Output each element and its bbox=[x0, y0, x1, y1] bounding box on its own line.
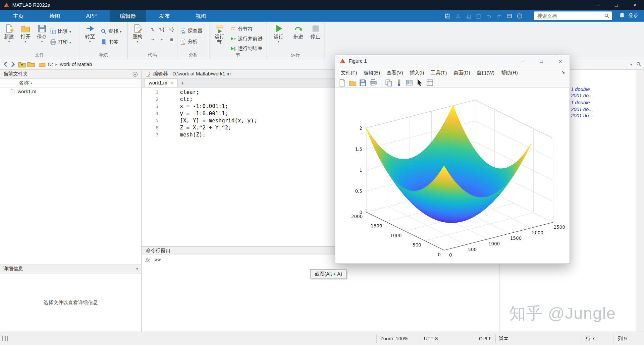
figure-menu-tools[interactable]: 工具(T) bbox=[431, 69, 447, 76]
quick-copy-button[interactable] bbox=[463, 11, 473, 20]
new-script-button[interactable]: 新建 ▾ bbox=[1, 24, 17, 44]
run-section-button[interactable]: 运行 节 bbox=[211, 24, 227, 45]
profiler-button[interactable]: 探查器 bbox=[180, 27, 202, 36]
find-button[interactable]: 查找▾ bbox=[101, 27, 121, 36]
bookmark-button[interactable]: 书签 bbox=[101, 38, 118, 47]
step-button[interactable]: 步进 bbox=[290, 24, 306, 40]
open-file-icon[interactable] bbox=[349, 79, 357, 87]
property-inspector-icon[interactable] bbox=[426, 79, 434, 87]
block-comment-button[interactable]: %{ bbox=[158, 26, 166, 34]
figure-menu-edit[interactable]: 编辑(E) bbox=[364, 69, 380, 76]
open-button[interactable]: 打开 ▾ bbox=[17, 24, 34, 44]
figure-close-button[interactable]: × bbox=[551, 55, 570, 67]
uncomment-button[interactable]: %} bbox=[167, 26, 176, 34]
insert-colorbar-icon[interactable] bbox=[395, 79, 403, 87]
tab-home[interactable]: 主页 bbox=[0, 10, 37, 22]
smart-indent-button[interactable]: ≡ bbox=[167, 36, 176, 44]
line-number: 5 bbox=[142, 118, 159, 123]
breadcrumb-folder[interactable]: work of Matlab bbox=[60, 61, 92, 67]
run-button[interactable]: 运行 ▾ bbox=[270, 24, 287, 44]
new-file-icon bbox=[4, 24, 14, 33]
figure-plot-canvas[interactable] bbox=[335, 88, 570, 264]
indent-right-button[interactable]: → bbox=[148, 36, 157, 44]
folder-icon bbox=[39, 61, 46, 67]
editor-tab-work1[interactable]: work1.m × bbox=[145, 78, 178, 87]
up-one-level-button[interactable] bbox=[18, 60, 26, 68]
comment-button[interactable]: % bbox=[148, 26, 157, 34]
compare-button[interactable]: 比较▾ bbox=[50, 27, 71, 36]
path-dropdown-icon[interactable]: ▾ bbox=[630, 62, 632, 66]
notification-bell-icon[interactable] bbox=[619, 12, 626, 19]
command-prompt[interactable]: >> bbox=[154, 256, 161, 263]
command-window[interactable]: fx >> bbox=[142, 254, 499, 332]
details-title: 详细信息 bbox=[3, 265, 23, 272]
minimize-button[interactable]: ─ bbox=[589, 0, 607, 10]
figure-menu-insert[interactable]: 插入(I) bbox=[410, 69, 424, 76]
right-edge-strip bbox=[636, 70, 644, 332]
layout-button[interactable] bbox=[504, 11, 514, 20]
figure-menu-help[interactable]: 帮助(H) bbox=[501, 69, 518, 76]
figure-menu-desktop[interactable]: 桌面(D) bbox=[453, 69, 470, 76]
svg-text:?: ? bbox=[519, 14, 520, 17]
quick-redo-button[interactable] bbox=[494, 11, 503, 20]
figure-maximize-button[interactable]: □ bbox=[532, 55, 551, 67]
tab-apps[interactable]: APP bbox=[73, 10, 110, 22]
run-section-icon bbox=[215, 24, 224, 33]
tab-editor[interactable]: 编辑器 bbox=[110, 10, 146, 22]
doc-search-box[interactable] bbox=[534, 11, 612, 20]
close-button[interactable]: × bbox=[626, 0, 644, 10]
figure-titlebar[interactable]: Figure 1 ─ □ × bbox=[335, 55, 570, 67]
quick-paste-button[interactable] bbox=[474, 11, 483, 20]
analyze-code-button[interactable]: 分析 bbox=[180, 37, 198, 46]
ribbon-section-analyze: 探查器 分析 分析 bbox=[177, 22, 210, 59]
goto-arrow-icon bbox=[85, 24, 95, 33]
doc-search-input[interactable] bbox=[537, 13, 604, 19]
edit-plot-cursor-icon[interactable] bbox=[416, 79, 423, 87]
figure-menu-view[interactable]: 查看(V) bbox=[387, 69, 403, 76]
breadcrumb-drive[interactable]: D: bbox=[48, 61, 53, 67]
panel-menu-icon[interactable] bbox=[132, 71, 138, 77]
signin-button[interactable]: 登录 bbox=[628, 10, 638, 22]
insert-legend-icon[interactable] bbox=[406, 79, 413, 87]
save-button[interactable]: 保存 ▾ bbox=[34, 24, 50, 44]
figure-minimize-button[interactable]: ─ bbox=[513, 55, 532, 67]
print-figure-icon[interactable] bbox=[369, 79, 377, 87]
stop-button[interactable]: 停止 bbox=[307, 24, 324, 40]
tab-publish[interactable]: 发布 bbox=[146, 10, 183, 22]
figure-menu-file[interactable]: 文件(F) bbox=[341, 69, 357, 76]
indent-left-button[interactable]: ← bbox=[158, 36, 166, 44]
browse-folder-button[interactable] bbox=[27, 60, 35, 68]
help-button[interactable]: ? bbox=[515, 11, 524, 20]
tab-view[interactable]: 视图 bbox=[183, 10, 219, 22]
forward-button[interactable] bbox=[9, 60, 17, 68]
dock-figure-icon[interactable] bbox=[561, 70, 567, 75]
run-and-advance-button[interactable]: 运行并前进 bbox=[230, 35, 263, 43]
search-icon[interactable] bbox=[604, 13, 609, 18]
analyze-report-icon bbox=[180, 39, 186, 45]
section-label-code: 代码 bbox=[128, 52, 177, 58]
goto-button[interactable]: 转至 ▾ bbox=[82, 24, 98, 44]
section-break-button[interactable]: 分节符 bbox=[230, 24, 253, 33]
figure-window[interactable]: Figure 1 ─ □ × 文件(F)编辑(E)查看(V)插入(I)工具(T)… bbox=[335, 55, 570, 264]
print-button[interactable]: 打印▾ bbox=[50, 38, 71, 47]
copy-figure-icon[interactable] bbox=[385, 79, 392, 87]
refactor-button[interactable]: 重构 ▾ bbox=[129, 24, 146, 44]
tab-plots[interactable]: 绘图 bbox=[37, 10, 73, 22]
back-button[interactable] bbox=[2, 60, 9, 68]
quick-cut-button[interactable] bbox=[453, 11, 463, 20]
sort-asc-icon: ▴ bbox=[31, 81, 33, 85]
tab-close-icon[interactable]: × bbox=[171, 80, 174, 85]
figure-menu-window[interactable]: 窗口(W) bbox=[477, 69, 494, 76]
file-row-work1[interactable]: work1.m bbox=[0, 88, 141, 96]
save-figure-icon[interactable] bbox=[359, 79, 367, 87]
name-column-header[interactable]: 名称 ▴ bbox=[0, 79, 141, 88]
maximize-button[interactable]: □ bbox=[607, 0, 626, 10]
quick-undo-button[interactable] bbox=[484, 11, 493, 20]
profiler-icon bbox=[180, 28, 186, 34]
quick-save-button[interactable] bbox=[443, 11, 452, 20]
folder-search-icon[interactable] bbox=[636, 62, 642, 67]
ribbon-tab-bar: 主页绘图APP编辑器发布视图 ? 登录 bbox=[0, 10, 644, 22]
collapse-chevron-icon[interactable]: ▾ bbox=[136, 267, 138, 271]
new-tab-button[interactable]: + bbox=[178, 79, 187, 87]
new-figure-icon[interactable] bbox=[338, 79, 346, 87]
